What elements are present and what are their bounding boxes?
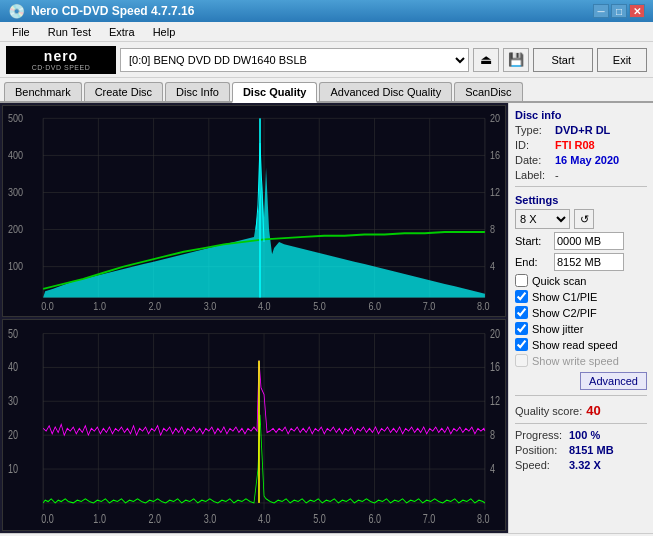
maximize-button[interactable]: □ [611,4,627,18]
tab-disc-quality[interactable]: Disc Quality [232,82,318,103]
svg-text:5.0: 5.0 [313,512,326,526]
svg-text:7.0: 7.0 [423,300,436,312]
svg-text:1.0: 1.0 [93,300,106,312]
svg-text:1.0: 1.0 [93,512,106,526]
show-jitter-row: Show jitter [515,322,647,335]
minimize-button[interactable]: ─ [593,4,609,18]
end-mb-row: End: [515,253,647,271]
show-c1pie-checkbox[interactable] [515,290,528,303]
quick-scan-label: Quick scan [532,275,586,287]
app-icon: 💿 [8,3,25,19]
menu-help[interactable]: Help [145,24,184,40]
progress-row: Progress: 100 % [515,429,647,441]
quality-score-label: Quality score: [515,405,582,417]
position-value: 8151 MB [569,444,614,456]
svg-text:2.0: 2.0 [149,512,162,526]
svg-text:8: 8 [490,428,495,442]
svg-text:16: 16 [490,360,500,374]
close-button[interactable]: ✕ [629,4,645,18]
svg-text:4.0: 4.0 [258,512,271,526]
quick-scan-checkbox[interactable] [515,274,528,287]
position-row: Position: 8151 MB [515,444,647,456]
svg-text:8.0: 8.0 [477,512,490,526]
start-button[interactable]: Start [533,48,593,72]
show-c2pif-label: Show C2/PIF [532,307,597,319]
tab-disc-info[interactable]: Disc Info [165,82,230,101]
svg-text:3.0: 3.0 [204,512,217,526]
svg-text:6.0: 6.0 [368,512,381,526]
svg-text:3.0: 3.0 [204,300,217,312]
svg-text:8: 8 [490,223,495,235]
svg-text:12: 12 [490,186,500,198]
menu-bar: File Run Test Extra Help [0,22,653,42]
svg-text:4: 4 [490,260,495,272]
show-write-speed-row: Show write speed [515,354,647,367]
progress-value: 100 % [569,429,600,441]
menu-file[interactable]: File [4,24,38,40]
app-logo: nero CD·DVD SPEED [6,46,116,74]
refresh-button[interactable]: ↺ [574,209,594,229]
disc-type-row: Type: DVD+R DL [515,124,647,136]
date-label: Date: [515,154,551,166]
show-c2pif-checkbox[interactable] [515,306,528,319]
window-title: Nero CD-DVD Speed 4.7.7.16 [31,4,194,18]
advanced-button[interactable]: Advanced [580,372,647,390]
logo-sub-text: CD·DVD SPEED [32,64,91,71]
charts-area: 500 400 300 200 100 20 16 12 8 4 0.0 1.0… [0,103,508,533]
divider-2 [515,395,647,396]
svg-text:50: 50 [8,326,18,340]
tab-create-disc[interactable]: Create Disc [84,82,163,101]
quick-scan-row: Quick scan [515,274,647,287]
svg-text:7.0: 7.0 [423,512,436,526]
svg-text:2.0: 2.0 [149,300,162,312]
svg-text:20: 20 [490,112,500,124]
start-mb-row: Start: [515,232,647,250]
svg-text:4: 4 [490,462,495,476]
speed-label: Speed: [515,459,565,471]
tab-scandisc[interactable]: ScanDisc [454,82,522,101]
progress-label: Progress: [515,429,565,441]
quality-score-value: 40 [586,403,600,418]
speed-row: 8 X ↺ [515,209,647,229]
menu-extra[interactable]: Extra [101,24,143,40]
end-input[interactable] [554,253,624,271]
show-read-speed-checkbox[interactable] [515,338,528,351]
save-button[interactable]: 💾 [503,48,529,72]
svg-text:200: 200 [8,223,23,235]
tab-advanced-disc-quality[interactable]: Advanced Disc Quality [319,82,452,101]
title-bar: 💿 Nero CD-DVD Speed 4.7.7.16 ─ □ ✕ [0,0,653,22]
start-label: Start: [515,235,550,247]
divider-1 [515,186,647,187]
show-jitter-label: Show jitter [532,323,583,335]
tab-benchmark[interactable]: Benchmark [4,82,82,101]
type-value: DVD+R DL [555,124,610,136]
svg-text:300: 300 [8,186,23,198]
svg-text:0.0: 0.0 [41,512,54,526]
show-read-speed-row: Show read speed [515,338,647,351]
disc-date-row: Date: 16 May 2020 [515,154,647,166]
show-read-speed-label: Show read speed [532,339,618,351]
show-jitter-checkbox[interactable] [515,322,528,335]
tab-bar: Benchmark Create Disc Disc Info Disc Qua… [0,78,653,103]
speed-select[interactable]: 8 X [515,209,570,229]
label-label: Label: [515,169,551,181]
drive-select[interactable]: [0:0] BENQ DVD DD DW1640 BSLB [120,48,469,72]
id-value: FTI R08 [555,139,595,151]
upper-chart: 500 400 300 200 100 20 16 12 8 4 0.0 1.0… [2,105,506,317]
id-label: ID: [515,139,551,151]
type-label: Type: [515,124,551,136]
start-input[interactable] [554,232,624,250]
logo-nero-text: nero [44,48,78,64]
exit-button[interactable]: Exit [597,48,647,72]
svg-text:5.0: 5.0 [313,300,326,312]
svg-text:30: 30 [8,394,18,408]
toolbar: nero CD·DVD SPEED [0:0] BENQ DVD DD DW16… [0,42,653,78]
quality-score-row: Quality score: 40 [515,403,647,418]
svg-text:20: 20 [490,326,500,340]
menu-run-test[interactable]: Run Test [40,24,99,40]
svg-text:20: 20 [8,428,18,442]
show-c2pif-row: Show C2/PIF [515,306,647,319]
svg-text:400: 400 [8,149,23,161]
eject-button[interactable]: ⏏ [473,48,499,72]
show-write-speed-checkbox[interactable] [515,354,528,367]
